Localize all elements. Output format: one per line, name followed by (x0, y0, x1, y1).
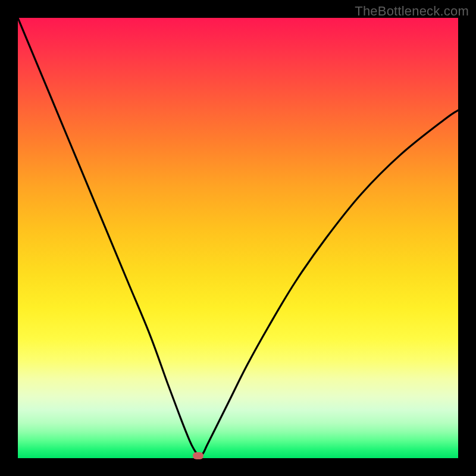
chart-frame: TheBottleneck.com (0, 0, 476, 476)
plot-area (18, 18, 458, 458)
optimum-marker (193, 452, 203, 459)
bottleneck-curve (18, 18, 458, 458)
watermark-text: TheBottleneck.com (355, 4, 469, 19)
